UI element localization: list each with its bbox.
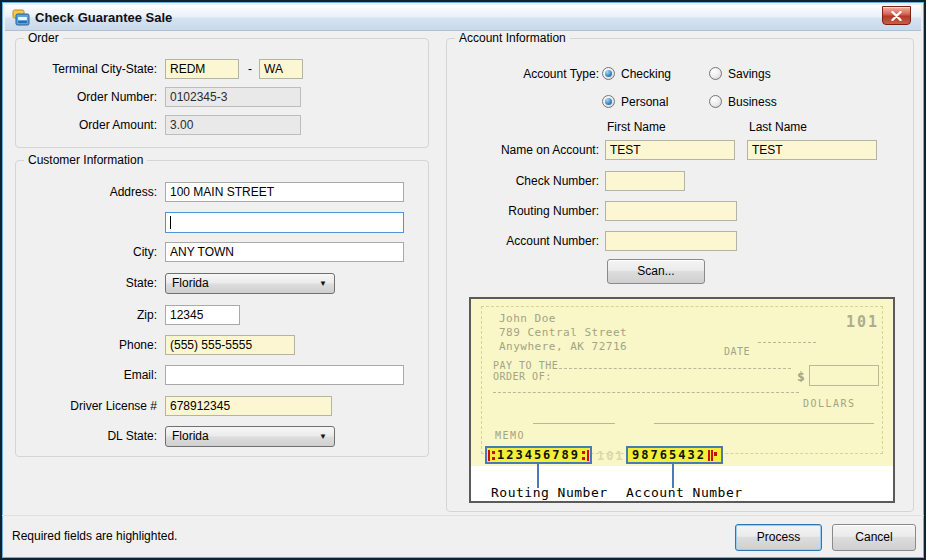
state-label: State: (17, 273, 157, 293)
radio-checking-label[interactable]: Checking (621, 64, 671, 84)
account-type-label: Account Type: (456, 64, 599, 84)
check-number-printed: 101 (846, 313, 879, 331)
terminal-state-input[interactable] (259, 59, 303, 79)
city-label: City: (17, 242, 157, 262)
name-on-account-label: Name on Account: (456, 140, 599, 160)
phone-input[interactable] (165, 335, 295, 355)
micr-transit-icon (488, 450, 495, 461)
check-number-label: Check Number: (456, 171, 599, 191)
account-number-input[interactable] (605, 231, 737, 251)
driver-license-input[interactable] (165, 396, 332, 416)
dl-state-select[interactable]: Florida ▼ (165, 426, 335, 447)
check-signature-line (654, 423, 874, 424)
micr-routing-highlight: 123456789 (485, 446, 592, 464)
check-dollar-sign: $ (797, 369, 805, 384)
radio-savings-label[interactable]: Savings (728, 64, 771, 84)
zip-label: Zip: (17, 305, 157, 325)
close-button[interactable] (882, 6, 911, 25)
check-number-input[interactable] (605, 171, 685, 191)
micr-onus-icon (708, 450, 717, 461)
check-payto-line2: ORDER OF: (493, 371, 552, 382)
terminal-city-input[interactable] (165, 59, 239, 79)
first-name-column-label: First Name (607, 117, 666, 137)
titlebar[interactable]: Check Guarantee Sale (5, 5, 921, 31)
micr-account-highlight: 98765432 (626, 446, 723, 464)
process-button[interactable]: Process (735, 524, 822, 551)
close-icon (891, 11, 902, 21)
check-app-icon (12, 9, 30, 27)
routing-number-label: Routing Number: (456, 201, 599, 221)
window-title: Check Guarantee Sale (35, 10, 172, 25)
check-amount-box (809, 365, 879, 386)
first-name-input[interactable] (605, 140, 735, 160)
driver-license-label: Driver License # (17, 396, 157, 416)
check-payer-street: 789 Central Street (499, 326, 627, 339)
radio-dot (605, 70, 612, 77)
micr-transit-icon (582, 450, 589, 461)
chevron-down-icon: ▼ (319, 427, 327, 446)
order-group-title: Order (24, 31, 63, 45)
zip-input[interactable] (165, 305, 240, 325)
radio-savings[interactable] (709, 67, 722, 80)
check-memo-line (533, 423, 615, 424)
order-number-field (165, 87, 301, 107)
address-label: Address: (17, 182, 157, 202)
micr-check-number: 101 (597, 449, 625, 463)
city-input[interactable] (165, 242, 404, 262)
sample-check-image: John Doe 789 Central Street Anywhere, AK… (469, 297, 895, 503)
footer-divider (2, 515, 924, 516)
phone-label: Phone: (17, 335, 157, 355)
order-amount-label: Order Amount: (17, 115, 157, 135)
scan-button[interactable]: Scan... (607, 259, 705, 284)
order-number-label: Order Number: (17, 87, 157, 107)
account-number-label: Account Number: (456, 231, 599, 251)
radio-business-label[interactable]: Business (728, 92, 777, 112)
radio-business[interactable] (709, 95, 722, 108)
address-line2-input[interactable] (165, 212, 404, 233)
routing-number-input[interactable] (605, 201, 737, 221)
check-payto-line1: PAY TO THE (493, 360, 558, 371)
address-line1-input[interactable] (165, 182, 404, 202)
last-name-input[interactable] (747, 140, 877, 160)
account-group-title: Account Information (455, 31, 570, 45)
routing-caption: Routing Number (491, 485, 608, 500)
state-select[interactable]: Florida ▼ (165, 273, 335, 294)
required-fields-note: Required fields are highlighted. (12, 529, 177, 543)
dl-state-label: DL State: (17, 426, 157, 446)
check-dollars-line (493, 392, 799, 393)
order-amount-field (165, 115, 301, 135)
last-name-column-label: Last Name (749, 117, 807, 137)
check-payer-name: John Doe (499, 312, 556, 325)
account-caption: Account Number (626, 485, 743, 500)
check-date-label: DATE (724, 346, 750, 357)
customer-group-title: Customer Information (24, 153, 147, 167)
dialog-window: Check Guarantee Sale Order Terminal City… (0, 0, 926, 560)
state-select-value: Florida (172, 276, 209, 290)
check-dollars-label: DOLLARS (803, 398, 856, 409)
micr-routing-digits: 123456789 (497, 448, 580, 462)
chevron-down-icon: ▼ (319, 274, 327, 293)
radio-checking[interactable] (602, 67, 615, 80)
dl-state-select-value: Florida (172, 429, 209, 443)
check-payer-city: Anywhere, AK 72716 (499, 340, 627, 353)
email-label: Email: (17, 365, 157, 385)
cancel-button[interactable]: Cancel (832, 524, 916, 551)
check-payto-line (559, 368, 791, 369)
radio-dot (605, 98, 612, 105)
text-caret (170, 216, 171, 229)
check-memo-label: MEMO (495, 430, 525, 441)
email-input[interactable] (165, 365, 404, 385)
radio-personal-label[interactable]: Personal (621, 92, 668, 112)
check-date-line (758, 342, 816, 343)
micr-account-digits: 98765432 (632, 448, 706, 462)
radio-personal[interactable] (602, 95, 615, 108)
terminal-separator: - (245, 59, 255, 79)
terminal-city-state-label: Terminal City-State: (17, 59, 157, 79)
